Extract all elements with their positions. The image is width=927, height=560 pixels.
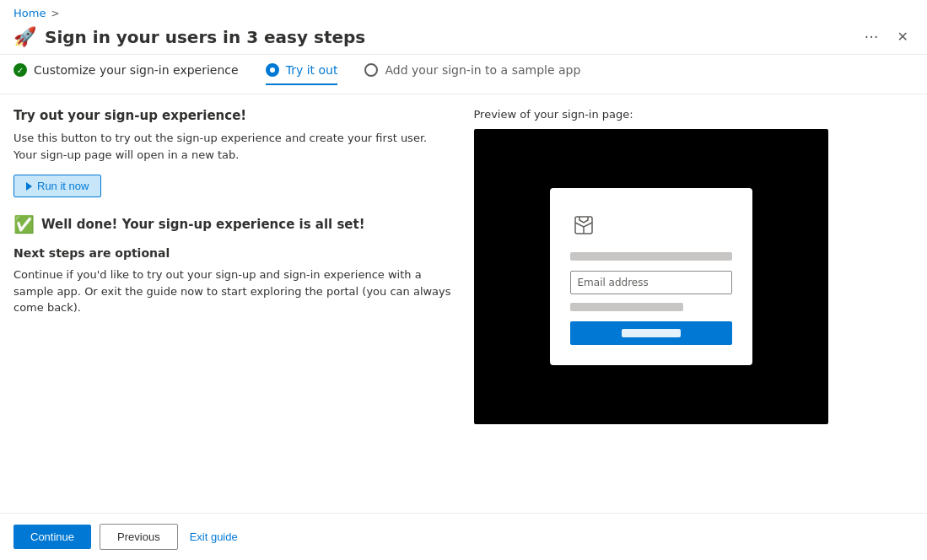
- box-icon: [570, 212, 597, 239]
- step-2-circle: [266, 63, 279, 77]
- right-panel: Preview of your sign-in page: Email addr…: [474, 108, 914, 499]
- sign-in-password-placeholder: [570, 303, 683, 311]
- next-steps-title: Next steps are optional: [13, 246, 454, 260]
- step-2-label: Try it out: [286, 63, 338, 77]
- main-content: Try out your sign-up experience! Use thi…: [0, 94, 927, 513]
- sign-in-title-placeholder: [570, 252, 732, 261]
- step-3-label: Add your sign-in to a sample app: [385, 63, 580, 77]
- previous-button[interactable]: Previous: [100, 524, 178, 550]
- continue-button[interactable]: Continue: [13, 525, 91, 549]
- title-bar: 🚀 Sign in your users in 3 easy steps ···…: [0, 23, 927, 55]
- section-title: Try out your sign-up experience!: [13, 108, 454, 123]
- step-1-circle: [13, 63, 27, 77]
- more-options-icon[interactable]: ···: [859, 26, 883, 47]
- run-it-now-button[interactable]: Run it now: [13, 175, 101, 197]
- section-desc: Use this button to try out the sign-up e…: [13, 130, 454, 163]
- run-btn-label: Run it now: [37, 180, 89, 192]
- close-button[interactable]: ✕: [892, 29, 914, 46]
- footer: Continue Previous Exit guide: [0, 513, 927, 560]
- page-title: Sign in your users in 3 easy steps: [45, 27, 850, 47]
- play-icon: [26, 182, 32, 191]
- rocket-icon: 🚀: [13, 26, 36, 47]
- breadcrumb-separator: >: [51, 8, 59, 19]
- success-text: Well done! Your sign-up experience is al…: [41, 217, 365, 232]
- sign-in-email-field[interactable]: Email address: [570, 271, 732, 294]
- steps-nav: Customize your sign-in experience Try it…: [0, 55, 927, 94]
- preview-label: Preview of your sign-in page:: [474, 108, 914, 121]
- step-tryitout[interactable]: Try it out: [266, 63, 338, 85]
- sign-in-submit-button[interactable]: [570, 321, 732, 345]
- left-panel: Try out your sign-up experience! Use thi…: [13, 108, 454, 499]
- step-customize[interactable]: Customize your sign-in experience: [13, 63, 239, 85]
- sign-in-card: Email address: [550, 188, 752, 365]
- next-steps-desc: Continue if you'd like to try out your s…: [13, 267, 454, 316]
- breadcrumb-bar: Home >: [0, 0, 927, 23]
- breadcrumb-home[interactable]: Home: [13, 7, 46, 19]
- sign-in-btn-inner: [622, 329, 681, 337]
- success-banner: ✅ Well done! Your sign-up experience is …: [13, 214, 454, 234]
- step-sample[interactable]: Add your sign-in to a sample app: [364, 63, 580, 85]
- step-1-label: Customize your sign-in experience: [34, 63, 239, 77]
- success-checkmark-icon: ✅: [13, 214, 35, 234]
- preview-frame: Email address: [474, 129, 828, 424]
- sign-in-logo: [570, 212, 732, 239]
- step-3-circle: [364, 63, 378, 77]
- exit-guide-button[interactable]: Exit guide: [186, 525, 241, 549]
